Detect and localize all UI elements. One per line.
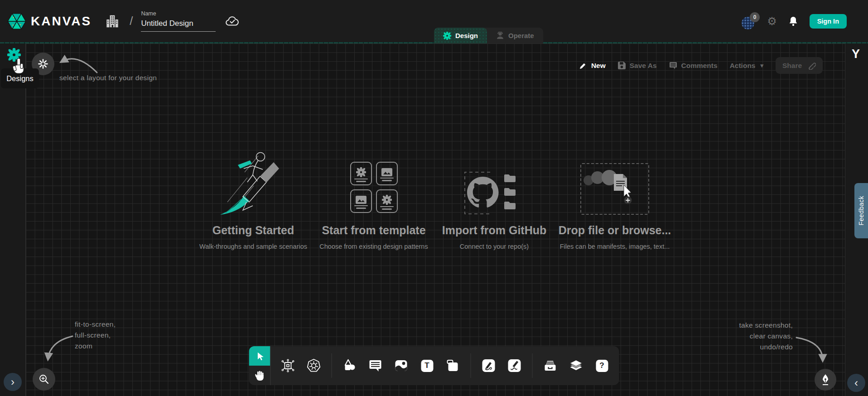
pencil-draw-icon — [508, 359, 521, 372]
rocket-doodle-illustration — [215, 149, 292, 217]
cursor-select-icon — [255, 351, 265, 361]
chevron-left-icon: ‹ — [854, 377, 858, 388]
expand-left-panel-button[interactable]: › — [4, 373, 22, 391]
template-thumbnails — [350, 162, 398, 213]
note-tool-button[interactable] — [443, 356, 463, 376]
comment-bubble-icon — [369, 360, 382, 372]
design-toolbar: New Save As Comments Actions ▾ Share — [579, 57, 823, 74]
hand-pan-icon — [254, 370, 265, 381]
drawer-tool-button[interactable] — [540, 356, 560, 376]
github-import-illustration — [460, 169, 528, 217]
pan-tool-button[interactable] — [249, 366, 270, 385]
comment-tool-button[interactable] — [366, 356, 386, 376]
layers-tool-button[interactable] — [566, 356, 586, 376]
github-import-card[interactable]: Import from GitHub Connect to your repo(… — [434, 149, 555, 250]
design-tab-icon — [443, 32, 451, 40]
help-tool-button[interactable]: ? — [592, 356, 612, 376]
note-card-icon — [447, 359, 459, 372]
new-label: New — [591, 62, 606, 70]
shapes-icon — [343, 359, 357, 372]
notification-count-badge: 0 — [750, 12, 760, 22]
left-rail — [0, 43, 26, 396]
operate-tab-icon — [496, 32, 504, 40]
comments-label: Comments — [681, 62, 718, 70]
tab-operate-label: Operate — [508, 32, 534, 39]
mode-tab-group: Design Operate — [434, 28, 543, 43]
dock-divider — [471, 353, 471, 378]
save-as-label: Save As — [630, 62, 657, 70]
image-icon — [395, 360, 408, 372]
breadcrumb-separator: / — [130, 14, 133, 28]
template-subtitle: Choose from existing design patterns — [313, 243, 434, 250]
pen-path-icon — [482, 359, 496, 372]
zoom-hint-text: fit-to-screen, full-screen, zoom — [75, 319, 116, 352]
help-icon: ? — [596, 360, 608, 372]
select-tool-button[interactable] — [249, 346, 270, 366]
pointer-hand-cursor-icon — [11, 58, 26, 76]
screenshot-hint-text: take screenshot, clear canvas, undo/redo — [739, 320, 793, 353]
expand-right-panel-button[interactable]: ‹ — [847, 374, 865, 392]
actions-dropdown[interactable]: Actions ▾ — [730, 62, 763, 70]
settings-gear-icon[interactable]: ⚙ — [767, 16, 777, 27]
zoom-button[interactable] — [33, 368, 55, 391]
cloud-sync-icon[interactable] — [225, 14, 240, 28]
pen-path-tool-button[interactable] — [479, 356, 499, 376]
drop-file-card[interactable]: Drop file or browse... Files can be mani… — [555, 149, 675, 250]
whiteboard-pen-button[interactable] — [815, 369, 836, 391]
shapes-tool-button[interactable] — [340, 356, 360, 376]
save-as-button[interactable]: Save As — [618, 62, 657, 70]
share-button[interactable]: Share — [776, 57, 823, 74]
template-image-icon — [381, 168, 392, 176]
layers-icon — [569, 359, 583, 372]
pencil-draw-tool-button[interactable] — [505, 356, 525, 376]
tab-design-label: Design — [455, 32, 478, 39]
template-image-icon — [356, 196, 366, 204]
getting-started-title: Getting Started — [193, 224, 313, 237]
kanvas-logo-icon[interactable] — [7, 12, 26, 31]
getting-started-card[interactable]: Getting Started Walk-throughs and sample… — [193, 149, 313, 250]
getting-started-subtitle: Walk-throughs and sample scenarios — [193, 243, 313, 250]
drop-file-subtitle: Files can be manifests, images, text... — [555, 243, 675, 250]
caret-down-icon: ▾ — [760, 62, 763, 69]
kanvas-wordmark: KANVAS — [31, 14, 92, 29]
template-card[interactable]: Start from template Choose from existing… — [313, 149, 434, 250]
comments-icon — [669, 62, 677, 69]
feedback-tab[interactable]: Feedback — [854, 183, 868, 238]
component-tool-button[interactable] — [278, 356, 298, 376]
dock-divider — [332, 353, 332, 378]
image-tool-button[interactable] — [391, 356, 411, 376]
start-options: Getting Started Walk-throughs and sample… — [193, 149, 675, 250]
notifications-bell-icon[interactable] — [788, 15, 799, 27]
dock-divider — [532, 353, 533, 378]
file-dropzone[interactable] — [580, 163, 649, 215]
floppy-save-icon — [618, 62, 626, 69]
github-octocat-icon — [467, 177, 499, 208]
pen-nib-icon — [820, 374, 831, 386]
comments-button[interactable]: Comments — [669, 62, 718, 70]
new-button[interactable]: New — [579, 62, 606, 70]
design-name-label: Name — [141, 10, 216, 17]
screenshot-hint-arrow — [793, 333, 831, 369]
repo-folder-icon — [504, 202, 516, 209]
tab-operate[interactable]: Operate — [487, 28, 543, 43]
cursor-arrow-icon — [624, 185, 631, 198]
design-name-input[interactable] — [141, 18, 216, 32]
y-logo: Y — [852, 47, 860, 61]
asterisk-layout-icon — [38, 58, 48, 69]
tab-design[interactable]: Design — [434, 28, 487, 43]
kubernetes-icon — [307, 358, 321, 373]
repo-folder-icon — [504, 188, 516, 196]
text-tool-button[interactable]: T — [417, 356, 437, 376]
tool-dock: T — [249, 346, 619, 385]
zoom-hint-arrow — [40, 331, 78, 367]
feedback-label: Feedback — [858, 196, 865, 225]
kubernetes-tool-button[interactable] — [304, 356, 324, 376]
repo-folder-icon — [504, 174, 516, 182]
component-chip-icon — [281, 359, 295, 372]
pencil-new-icon — [579, 62, 587, 70]
organization-building-icon[interactable] — [105, 14, 120, 29]
drop-file-illustration — [581, 164, 648, 214]
github-subtitle: Connect to your repo(s) — [434, 243, 555, 250]
chevron-right-icon: › — [11, 377, 14, 387]
sign-in-button[interactable]: Sign In — [810, 14, 847, 29]
